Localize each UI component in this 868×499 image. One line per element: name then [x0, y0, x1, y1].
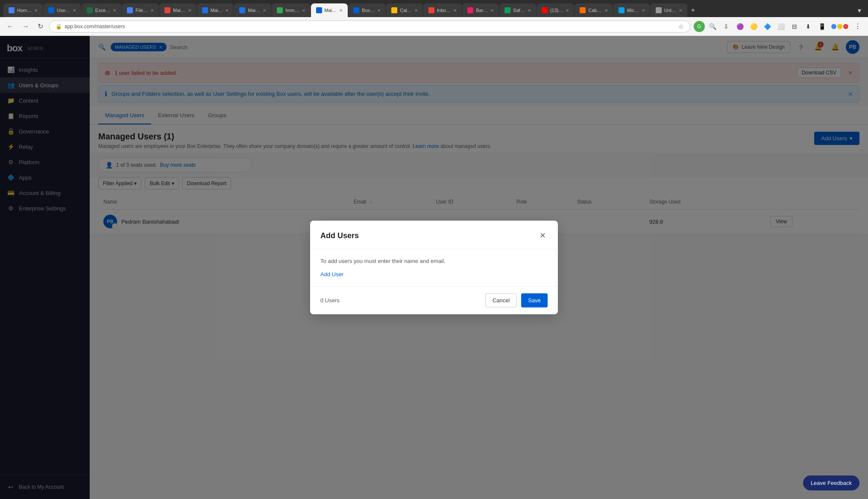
browser-tab-cal[interactable]: Cal… ✕: [386, 3, 423, 17]
main-content: 🔍 MANAGED USERS ✕ 🎨 Leave New Design ? 🔔: [90, 36, 868, 499]
toolbar-icon-9[interactable]: 📱: [816, 21, 828, 32]
reload-button[interactable]: ↻: [35, 21, 46, 32]
browser-tab-mail3[interactable]: Mai… ✕: [234, 3, 271, 17]
toolbar-icon-8[interactable]: ⬇: [802, 21, 814, 32]
modal-header: Add Users ✕: [310, 221, 558, 249]
browser-toolbar-icons: G 🔍 ⇩ 🟣 🟡 🔷 ⬜ ⊟ ⬇ 📱 ⋮: [694, 21, 864, 32]
add-users-modal: Add Users ✕ To add users you must enter …: [310, 221, 558, 314]
modal-close-button[interactable]: ✕: [538, 229, 548, 242]
browser-chrome: Hom… ✕ Use… ✕ Exce… ✕ File… ✕ Mai… ✕ Mai…: [0, 0, 868, 36]
toolbar-icon-2[interactable]: ⇩: [720, 21, 732, 32]
browser-tab-mail1[interactable]: Mai… ✕: [159, 3, 196, 17]
modal-description: To add users you must enter their name a…: [320, 258, 548, 264]
new-tab-button[interactable]: +: [688, 5, 698, 16]
browser-tab-inbox[interactable]: Inbo… ✕: [423, 3, 462, 17]
browser-tab-cab[interactable]: Cab… ✕: [575, 3, 613, 17]
browser-tab-saf[interactable]: Saf… ✕: [499, 3, 536, 17]
modal-footer: 0 Users Cancel Save: [310, 286, 558, 314]
toolbar-icon-5[interactable]: 🔷: [761, 21, 773, 32]
browser-tab-unt[interactable]: Unt… ✕: [651, 3, 687, 17]
browser-tab-box-active[interactable]: Mai… ✕: [311, 3, 348, 17]
browser-toolbar: ← → ↻ 🔒 app.box.com/master/users ☆ G 🔍 ⇩…: [0, 17, 868, 36]
modal-user-count: 0 Users: [320, 297, 340, 304]
browser-tab-files[interactable]: File… ✕: [122, 3, 159, 17]
extensions-icon[interactable]: G: [694, 21, 705, 32]
browser-tab-excel[interactable]: Exce… ✕: [82, 3, 121, 17]
browser-tab-bar: Hom… ✕ Use… ✕ Exce… ✕ File… ✕ Mai… ✕ Mai…: [0, 0, 868, 17]
tab-list-button[interactable]: ▾: [854, 5, 865, 16]
leave-feedback-button[interactable]: Leave Feedback: [803, 475, 859, 490]
browser-tab-users[interactable]: Use… ✕: [43, 3, 81, 17]
browser-tab-imm[interactable]: Imm… ✕: [272, 3, 310, 17]
more-button[interactable]: ⋮: [852, 21, 864, 32]
profile-circles[interactable]: [830, 21, 850, 32]
modal-title: Add Users: [320, 231, 359, 240]
forward-button[interactable]: →: [20, 21, 32, 32]
browser-tab-yt[interactable]: (13)… ✕: [537, 3, 575, 17]
back-button[interactable]: ←: [4, 21, 16, 32]
bookmark-star[interactable]: ☆: [678, 23, 684, 30]
address-text: app.box.com/master/users: [65, 24, 676, 30]
toolbar-icon-3[interactable]: 🟣: [734, 21, 746, 32]
app-container: box ADMIN 📊 Insights 👥 Users & Groups 📁 …: [0, 36, 868, 499]
cancel-button[interactable]: Cancel: [485, 293, 517, 307]
modal-actions: Cancel Save: [485, 293, 548, 307]
browser-tab-bar[interactable]: Bar… ✕: [462, 3, 499, 17]
address-bar[interactable]: 🔒 app.box.com/master/users ☆: [49, 21, 690, 32]
modal-overlay[interactable]: Add Users ✕ To add users you must enter …: [90, 36, 868, 499]
browser-tab-home[interactable]: Hom… ✕: [3, 3, 43, 17]
browser-tab-box2[interactable]: Box… ✕: [348, 3, 386, 17]
save-button[interactable]: Save: [521, 293, 548, 307]
toolbar-icon-4[interactable]: 🟡: [748, 21, 760, 32]
modal-body: To add users you must enter their name a…: [310, 249, 558, 286]
browser-tab-mic[interactable]: Mic… ✕: [613, 3, 650, 17]
toolbar-icon-7[interactable]: ⊟: [789, 21, 801, 32]
toolbar-icon-6[interactable]: ⬜: [775, 21, 787, 32]
toolbar-icon-1[interactable]: 🔍: [707, 21, 718, 32]
browser-tab-mail2[interactable]: Mai… ✕: [197, 3, 234, 17]
add-user-link[interactable]: Add User: [320, 271, 343, 278]
